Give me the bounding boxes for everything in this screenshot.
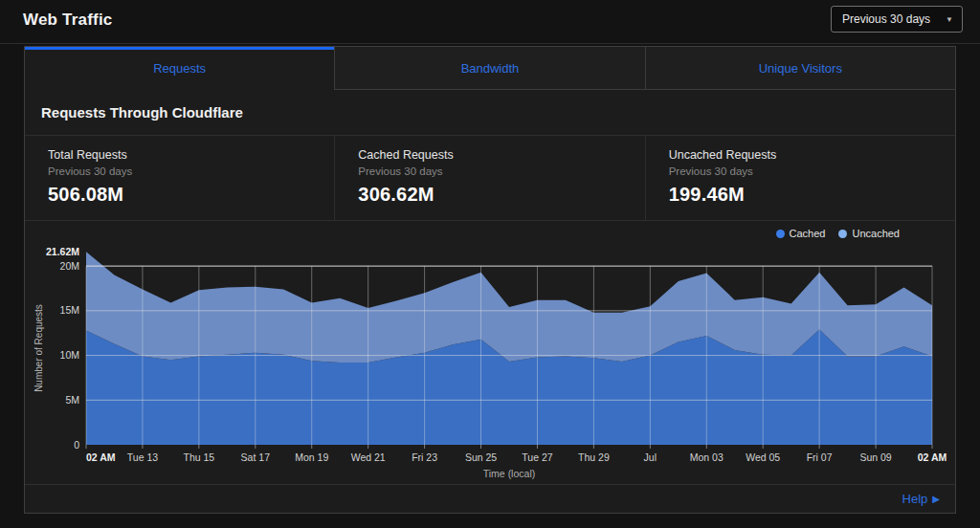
stacked-area-chart[interactable]: 05M10M15M20M21.62M02 AMTue 13Thu 15Sat 1… <box>29 242 947 481</box>
svg-text:Time (local): Time (local) <box>483 468 535 479</box>
stat-label: Total Requests <box>48 148 311 162</box>
web-traffic-dashboard: Web Traffic Previous 30 days ▼ Requests … <box>0 0 980 528</box>
page-title: Web Traffic <box>23 11 113 30</box>
svg-text:Thu 29: Thu 29 <box>578 451 610 463</box>
cached-dot-icon <box>776 230 785 238</box>
stat-cached-requests: Cached Requests Previous 30 days 306.62M <box>334 136 644 220</box>
tab-requests[interactable]: Requests <box>25 47 334 90</box>
stat-value: 506.08M <box>48 184 311 206</box>
svg-text:0: 0 <box>74 439 79 451</box>
tab-bandwidth[interactable]: Bandwidth <box>334 47 644 90</box>
svg-text:Wed 05: Wed 05 <box>746 451 780 463</box>
date-range-dropdown[interactable]: Previous 30 days ▼ <box>831 6 963 33</box>
legend-item-cached[interactable]: Cached <box>776 228 826 239</box>
stat-uncached-requests: Uncached Requests Previous 30 days 199.4… <box>645 136 955 220</box>
svg-text:Sun 09: Sun 09 <box>859 451 891 463</box>
stat-label: Cached Requests <box>358 148 621 162</box>
tab-unique-visitors[interactable]: Unique Visitors <box>645 47 955 90</box>
stat-value: 306.62M <box>358 184 621 206</box>
section-title-row: Requests Through Cloudflare <box>25 90 955 135</box>
header: Web Traffic Previous 30 days ▼ <box>0 0 980 44</box>
tab-bar: Requests Bandwidth Unique Visitors <box>25 47 955 90</box>
svg-text:Fri 07: Fri 07 <box>807 451 833 463</box>
svg-text:15M: 15M <box>60 304 79 316</box>
svg-text:02 AM: 02 AM <box>86 451 116 463</box>
panel-footer: Help ▶ <box>25 484 955 513</box>
svg-text:Wed 21: Wed 21 <box>351 451 386 463</box>
stat-sublabel: Previous 30 days <box>48 165 311 177</box>
svg-text:5M: 5M <box>65 394 79 406</box>
stat-sublabel: Previous 30 days <box>669 165 932 177</box>
chevron-down-icon: ▼ <box>946 15 953 24</box>
svg-text:21.62M: 21.62M <box>46 246 79 257</box>
traffic-panel: Requests Bandwidth Unique Visitors Reque… <box>24 46 956 514</box>
uncached-dot-icon <box>838 230 847 238</box>
stat-value: 199.46M <box>669 184 932 206</box>
section-title: Requests Through Cloudflare <box>41 104 243 121</box>
svg-text:20M: 20M <box>60 260 79 272</box>
legend-item-uncached[interactable]: Uncached <box>838 228 900 239</box>
svg-text:02 AM: 02 AM <box>918 451 947 463</box>
requests-chart-section: Cached Uncached 05M10M15M20M21.62M02 AMT… <box>25 221 955 484</box>
chart-legend: Cached Uncached <box>776 228 900 239</box>
help-label: Help <box>902 492 928 506</box>
stat-total-requests: Total Requests Previous 30 days 506.08M <box>25 136 334 220</box>
svg-text:Jul: Jul <box>644 451 657 463</box>
svg-text:Tue 13: Tue 13 <box>127 451 158 463</box>
svg-text:10M: 10M <box>60 349 79 361</box>
stat-label: Uncached Requests <box>669 148 932 162</box>
legend-label: Cached <box>790 228 826 239</box>
svg-text:Sat 17: Sat 17 <box>241 451 271 463</box>
stats-row: Total Requests Previous 30 days 506.08M … <box>25 135 955 221</box>
svg-text:Thu 15: Thu 15 <box>184 451 215 463</box>
help-link[interactable]: Help ▶ <box>902 492 940 506</box>
stat-sublabel: Previous 30 days <box>358 165 621 177</box>
date-range-value: Previous 30 days <box>842 12 930 26</box>
svg-text:Sun 25: Sun 25 <box>465 451 497 463</box>
svg-text:Number of Requests: Number of Requests <box>33 304 44 392</box>
arrow-right-icon: ▶ <box>932 494 940 504</box>
svg-text:Mon 03: Mon 03 <box>690 451 724 463</box>
svg-text:Fri 23: Fri 23 <box>412 451 437 463</box>
svg-text:Tue 27: Tue 27 <box>522 451 552 463</box>
legend-label: Uncached <box>852 228 900 239</box>
svg-text:Mon 19: Mon 19 <box>295 451 328 463</box>
